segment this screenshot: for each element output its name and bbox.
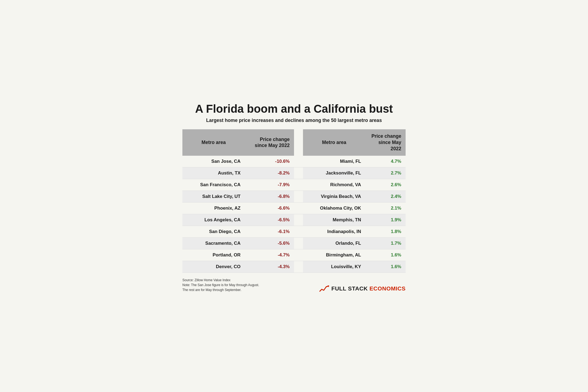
price-change-left: -6.6% [245, 202, 294, 214]
metro-right: Miami, FL [303, 156, 366, 167]
main-card: A Florida boom and a California bust Lar… [171, 94, 416, 298]
price-change-left: -10.6% [245, 156, 294, 167]
table-row: Portland, OR-4.7%Birmingham, AL1.6% [182, 249, 406, 261]
price-change-left: -6.1% [245, 226, 294, 237]
footer: Source: Zillow Home Value Index Note: Th… [182, 278, 406, 292]
price-change-right: 1.6% [365, 249, 406, 261]
metro-left: Portland, OR [182, 249, 245, 261]
footer-notes: Source: Zillow Home Value Index Note: Th… [182, 278, 259, 292]
divider-col [294, 129, 303, 156]
divider [294, 249, 303, 261]
metro-left: Denver, CO [182, 261, 245, 272]
metro-right: Indianapolis, IN [303, 226, 366, 237]
metro-left: San Francisco, CA [182, 179, 245, 191]
divider [294, 226, 303, 237]
metro-right: Orlando, FL [303, 237, 366, 249]
metro-right: Memphis, TN [303, 214, 366, 226]
price-change-left: -4.3% [245, 261, 294, 272]
col1-header: Metro area [182, 129, 245, 156]
table-header-row: Metro area Price changesince May 2022 Me… [182, 129, 406, 156]
table-wrapper: Metro area Price changesince May 2022 Me… [182, 129, 406, 273]
subtitle: Largest home price increases and decline… [182, 118, 406, 123]
table-row: San Diego, CA-6.1%Indianapolis, IN1.8% [182, 226, 406, 237]
divider [294, 156, 303, 167]
price-change-right: 1.7% [365, 237, 406, 249]
price-change-right: 1.6% [365, 261, 406, 272]
brand-text: FULL STACK ECONOMICS [331, 285, 406, 292]
metro-right: Oklahoma City, OK [303, 202, 366, 214]
price-change-left: -8.2% [245, 167, 294, 179]
price-change-left: -7.9% [245, 179, 294, 191]
price-change-right: 1.8% [365, 226, 406, 237]
price-change-right: 2.1% [365, 202, 406, 214]
table-row: Austin, TX-8.2%Jacksonville, FL2.7% [182, 167, 406, 179]
divider [294, 237, 303, 249]
metro-left: Phoenix, AZ [182, 202, 245, 214]
price-change-right: 2.6% [365, 179, 406, 191]
metro-left: Salt Lake City, UT [182, 191, 245, 202]
divider [294, 214, 303, 226]
metro-left: San Diego, CA [182, 226, 245, 237]
table-row: Denver, CO-4.3%Louisville, KY1.6% [182, 261, 406, 272]
divider [294, 202, 303, 214]
price-change-right: 4.7% [365, 156, 406, 167]
metro-left: Sacramento, CA [182, 237, 245, 249]
table-row: Sacramento, CA-5.6%Orlando, FL1.7% [182, 237, 406, 249]
metro-right: Richmond, VA [303, 179, 366, 191]
table-body: San Jose, CA-10.6%Miami, FL4.7%Austin, T… [182, 156, 406, 273]
table-row: Phoenix, AZ-6.6%Oklahoma City, OK2.1% [182, 202, 406, 214]
metro-right: Jacksonville, FL [303, 167, 366, 179]
divider [294, 261, 303, 272]
metro-left: San Jose, CA [182, 156, 245, 167]
note1: Note: The San Jose figure is for May thr… [182, 283, 259, 287]
brand: FULL STACK ECONOMICS [319, 285, 406, 292]
table-row: Salt Lake City, UT-6.8%Virginia Beach, V… [182, 191, 406, 202]
table-row: San Francisco, CA-7.9%Richmond, VA2.6% [182, 179, 406, 191]
source-note: Source: Zillow Home Value Index [182, 278, 259, 283]
table-row: Los Angeles, CA-6.5%Memphis, TN1.9% [182, 214, 406, 226]
metro-right: Louisville, KY [303, 261, 366, 272]
metro-left: Austin, TX [182, 167, 245, 179]
metro-right: Birmingham, AL [303, 249, 366, 261]
price-change-right: 2.4% [365, 191, 406, 202]
note2: The rest are for May through September. [182, 287, 259, 292]
main-title: A Florida boom and a California bust [182, 102, 406, 115]
col3-header: Metro area [303, 129, 366, 156]
price-change-left: -5.6% [245, 237, 294, 249]
brand-economics: ECONOMICS [369, 285, 406, 292]
divider [294, 179, 303, 191]
metro-right: Virginia Beach, VA [303, 191, 366, 202]
price-change-left: -6.5% [245, 214, 294, 226]
price-change-left: -6.8% [245, 191, 294, 202]
data-table: Metro area Price changesince May 2022 Me… [182, 129, 406, 273]
metro-left: Los Angeles, CA [182, 214, 245, 226]
table-row: San Jose, CA-10.6%Miami, FL4.7% [182, 156, 406, 167]
price-change-left: -4.7% [245, 249, 294, 261]
col2-header: Price changesince May 2022 [245, 129, 294, 156]
col4-header: Price changesince May 2022 [365, 129, 406, 156]
brand-chart-icon [319, 285, 329, 292]
price-change-right: 2.7% [365, 167, 406, 179]
price-change-right: 1.9% [365, 214, 406, 226]
divider [294, 191, 303, 202]
divider [294, 167, 303, 179]
